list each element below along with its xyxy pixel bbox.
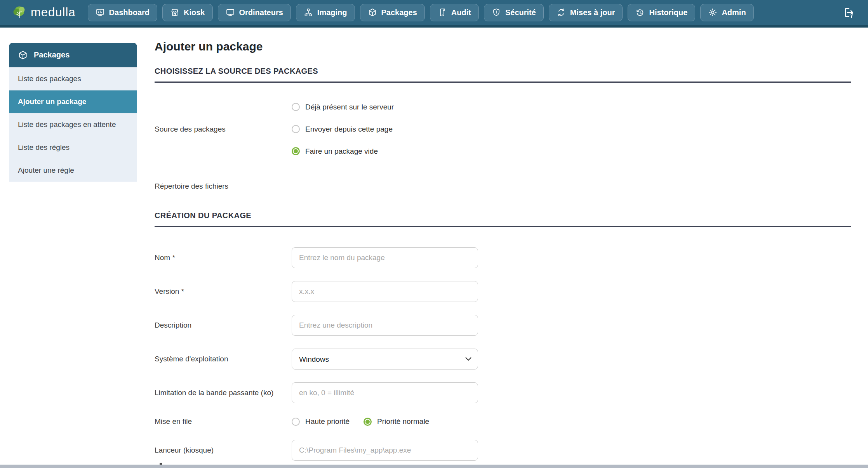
- sidebar-item-liste-des-packages[interactable]: Liste des packages: [9, 67, 137, 90]
- radio-label: Envoyer depuis cette page: [305, 125, 393, 134]
- nav-historique-button[interactable]: Historique: [628, 4, 695, 21]
- sidebar-item-label: Liste des packages: [18, 75, 81, 83]
- sidebar-item-label: Liste des packages en attente: [18, 120, 116, 129]
- radio-option-priorite-normale[interactable]: Priorité normale: [364, 416, 429, 427]
- imaging-sitemap-icon: [304, 8, 313, 17]
- gear-icon: [708, 8, 717, 17]
- mise-en-file-label: Mise en file: [155, 417, 292, 426]
- radio-option-envoyer-depuis-page[interactable]: Envoyer depuis cette page: [292, 118, 394, 140]
- logout-button[interactable]: [840, 4, 856, 21]
- nav-label: Imaging: [317, 8, 347, 17]
- lanceur-row: Lanceur (kiosque): [155, 440, 851, 461]
- sidebar-item-liste-packages-en-attente[interactable]: Liste des packages en attente: [9, 113, 137, 136]
- package-cube-icon: [368, 8, 377, 17]
- computer-icon: [226, 8, 235, 17]
- creation-fields: Nom * Version * Description Système d'ex…: [155, 247, 851, 461]
- audit-icon: [438, 8, 447, 17]
- source-des-packages-row: Source des packages Déjà présent sur le …: [155, 96, 851, 162]
- nav-ordinateurs-button[interactable]: Ordinateurs: [218, 4, 291, 21]
- nom-row: Nom *: [155, 247, 851, 268]
- bandwidth-row: Limitation de la bande passante (ko): [155, 382, 851, 403]
- page-title: Ajouter un package: [155, 38, 851, 55]
- radio-checked[interactable]: [292, 147, 300, 155]
- dashboard-icon: [96, 8, 105, 17]
- radio-checked[interactable]: [364, 418, 372, 426]
- radio-unchecked[interactable]: [292, 125, 300, 133]
- bandwidth-input[interactable]: [292, 382, 478, 403]
- nav-label: Kiosk: [184, 8, 205, 17]
- brand-name: medulla: [31, 5, 76, 19]
- creation-section-heading: CRÉATION DU PACKAGE: [155, 211, 851, 227]
- repertoire-fichiers-label: Répertoire des fichiers: [155, 182, 292, 191]
- nav-label: Packages: [381, 8, 417, 17]
- nav-label: Audit: [451, 8, 471, 17]
- description-row: Description: [155, 315, 851, 336]
- top-navbar: medulla Dashboard Kiosk Ordinateurs Imag…: [0, 0, 868, 28]
- history-clock-icon: [635, 8, 645, 17]
- horizontal-scrollbar[interactable]: [0, 465, 868, 468]
- sidebar-item-ajouter-un-package[interactable]: Ajouter un package: [9, 90, 137, 113]
- description-label: Description: [155, 321, 292, 330]
- nom-input[interactable]: [292, 247, 478, 268]
- nav-label: Sécurité: [505, 8, 536, 17]
- nav-kiosk-button[interactable]: Kiosk: [162, 4, 212, 21]
- nav-mises-a-jour-button[interactable]: Mises à jour: [549, 4, 623, 21]
- nav-label: Mises à jour: [570, 8, 615, 17]
- radio-option-deja-present[interactable]: Déjà présent sur le serveur: [292, 96, 394, 118]
- sidebar-item-liste-des-regles[interactable]: Liste des règles: [9, 136, 137, 159]
- radio-label: Faire un package vide: [305, 147, 378, 156]
- nav-imaging-button[interactable]: Imaging: [296, 4, 355, 21]
- main-content: Ajouter un package CHOISISSEZ LA SOURCE …: [155, 38, 851, 472]
- bandwidth-label: Limitation de la bande passante (ko): [155, 389, 292, 397]
- nav-label: Dashboard: [109, 8, 150, 17]
- radio-label: Déjà présent sur le serveur: [305, 103, 394, 111]
- nav-audit-button[interactable]: Audit: [430, 4, 479, 21]
- radio-option-package-vide[interactable]: Faire un package vide: [292, 140, 394, 162]
- repertoire-fichiers-row: Répertoire des fichiers: [155, 175, 851, 197]
- sidebar-item-label: Liste des règles: [18, 143, 70, 152]
- os-select-wrap: Windows: [292, 349, 478, 370]
- sidebar-header-packages: Packages: [9, 43, 137, 67]
- nav-label: Historique: [649, 8, 687, 17]
- description-input[interactable]: [292, 315, 478, 336]
- radio-label: Priorité normale: [377, 417, 429, 426]
- nom-label: Nom *: [155, 253, 292, 262]
- radio-option-haute-priorite[interactable]: Haute priorité: [292, 416, 350, 427]
- source-des-packages-label: Source des packages: [155, 125, 292, 134]
- source-section-heading: CHOISISSEZ LA SOURCE DES PACKAGES: [155, 67, 851, 83]
- os-label: Système d'exploitation: [155, 355, 292, 363]
- radio-label: Haute priorité: [305, 417, 350, 426]
- sync-icon: [557, 8, 566, 17]
- nav-securite-button[interactable]: Sécurité: [484, 4, 544, 21]
- lanceur-input[interactable]: [292, 440, 478, 461]
- nav-label: Ordinateurs: [239, 8, 283, 17]
- nav-admin-button[interactable]: Admin: [700, 4, 753, 21]
- package-cube-icon: [18, 50, 28, 60]
- radio-unchecked[interactable]: [292, 103, 300, 111]
- nav-label: Admin: [722, 8, 746, 17]
- queue-radio-group: Haute priorité Priorité normale: [292, 416, 443, 427]
- logout-icon: [842, 7, 854, 18]
- sidebar-item-ajouter-une-regle[interactable]: Ajouter une règle: [9, 159, 137, 182]
- packages-sidebar: Packages Liste des packages Ajouter un p…: [9, 43, 137, 182]
- source-radio-group: Déjà présent sur le serveur Envoyer depu…: [292, 96, 394, 162]
- kiosk-icon: [170, 8, 179, 17]
- version-label: Version *: [155, 287, 292, 296]
- os-select[interactable]: Windows: [292, 349, 478, 370]
- medulla-tree-icon: [12, 5, 27, 20]
- medulla-logo[interactable]: medulla: [12, 5, 76, 20]
- nav-packages-button[interactable]: Packages: [360, 4, 425, 21]
- sidebar-item-label: Ajouter une règle: [18, 166, 74, 175]
- mise-en-file-row: Mise en file Haute priorité Priorité nor…: [155, 416, 851, 427]
- radio-unchecked[interactable]: [292, 418, 300, 426]
- nav-dashboard-button[interactable]: Dashboard: [88, 4, 157, 21]
- os-row: Système d'exploitation Windows: [155, 349, 851, 370]
- version-input[interactable]: [292, 281, 478, 302]
- sidebar-item-label: Ajouter un package: [18, 97, 86, 106]
- sidebar-header-label: Packages: [34, 50, 70, 59]
- lanceur-label: Lanceur (kiosque): [155, 446, 292, 455]
- version-row: Version *: [155, 281, 851, 302]
- shield-icon: [492, 8, 501, 17]
